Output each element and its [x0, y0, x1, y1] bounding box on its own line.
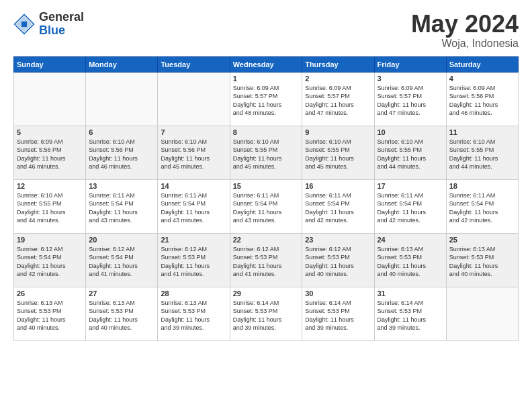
table-row: 26Sunrise: 6:13 AM Sunset: 5:53 PM Dayli… [14, 287, 86, 340]
table-row: 27Sunrise: 6:13 AM Sunset: 5:53 PM Dayli… [86, 287, 158, 340]
logo: General Blue [13, 11, 84, 38]
table-row: 18Sunrise: 6:11 AM Sunset: 5:54 PM Dayli… [446, 179, 518, 233]
table-row: 14Sunrise: 6:11 AM Sunset: 5:54 PM Dayli… [158, 179, 230, 233]
col-monday: Monday [86, 56, 158, 72]
table-row [14, 72, 86, 126]
day-info: Sunrise: 6:12 AM Sunset: 5:54 PM Dayligh… [89, 245, 154, 279]
day-info: Sunrise: 6:12 AM Sunset: 5:54 PM Dayligh… [17, 245, 83, 279]
day-info: Sunrise: 6:10 AM Sunset: 5:55 PM Dayligh… [305, 138, 371, 171]
day-number: 5 [17, 128, 83, 136]
day-number: 24 [378, 236, 443, 244]
day-info: Sunrise: 6:11 AM Sunset: 5:54 PM Dayligh… [378, 191, 443, 225]
logo-blue: Blue [39, 24, 84, 38]
day-info: Sunrise: 6:12 AM Sunset: 5:53 PM Dayligh… [233, 245, 299, 279]
table-row: 7Sunrise: 6:10 AM Sunset: 5:56 PM Daylig… [158, 126, 230, 179]
day-info: Sunrise: 6:11 AM Sunset: 5:54 PM Dayligh… [233, 191, 299, 225]
day-info: Sunrise: 6:12 AM Sunset: 5:53 PM Dayligh… [161, 245, 226, 279]
day-info: Sunrise: 6:12 AM Sunset: 5:53 PM Dayligh… [305, 245, 371, 279]
col-wednesday: Wednesday [230, 56, 302, 72]
day-number: 13 [89, 182, 154, 190]
table-row: 16Sunrise: 6:11 AM Sunset: 5:54 PM Dayli… [302, 179, 374, 233]
table-row: 10Sunrise: 6:10 AM Sunset: 5:55 PM Dayli… [374, 126, 446, 179]
table-row: 24Sunrise: 6:13 AM Sunset: 5:53 PM Dayli… [374, 233, 446, 287]
table-row: 12Sunrise: 6:10 AM Sunset: 5:55 PM Dayli… [14, 179, 86, 233]
table-row [86, 72, 158, 126]
day-number: 26 [17, 289, 83, 298]
day-info: Sunrise: 6:11 AM Sunset: 5:54 PM Dayligh… [305, 191, 371, 225]
day-number: 11 [449, 128, 515, 136]
day-number: 29 [233, 289, 299, 298]
table-row: 20Sunrise: 6:12 AM Sunset: 5:54 PM Dayli… [86, 233, 158, 287]
table-row: 9Sunrise: 6:10 AM Sunset: 5:55 PM Daylig… [302, 126, 374, 179]
day-number: 19 [17, 236, 83, 244]
day-info: Sunrise: 6:13 AM Sunset: 5:53 PM Dayligh… [89, 299, 154, 332]
day-number: 27 [89, 289, 154, 298]
table-row: 2Sunrise: 6:09 AM Sunset: 5:57 PM Daylig… [302, 72, 374, 126]
day-info: Sunrise: 6:14 AM Sunset: 5:53 PM Dayligh… [233, 299, 299, 332]
day-info: Sunrise: 6:10 AM Sunset: 5:55 PM Dayligh… [17, 191, 83, 225]
day-info: Sunrise: 6:09 AM Sunset: 5:56 PM Dayligh… [449, 84, 515, 118]
table-row: 5Sunrise: 6:09 AM Sunset: 5:56 PM Daylig… [14, 126, 86, 179]
table-row: 3Sunrise: 6:09 AM Sunset: 5:57 PM Daylig… [374, 72, 446, 126]
table-row: 21Sunrise: 6:12 AM Sunset: 5:53 PM Dayli… [158, 233, 230, 287]
day-number: 28 [161, 289, 226, 298]
day-number: 20 [89, 236, 154, 244]
day-number: 4 [449, 75, 515, 83]
calendar-week-row: 19Sunrise: 6:12 AM Sunset: 5:54 PM Dayli… [14, 233, 519, 287]
table-row: 11Sunrise: 6:10 AM Sunset: 5:55 PM Dayli… [446, 126, 518, 179]
day-number: 22 [233, 236, 299, 244]
table-row: 17Sunrise: 6:11 AM Sunset: 5:54 PM Dayli… [374, 179, 446, 233]
title-block: May 2024 Woja, Indonesia [411, 11, 519, 50]
day-info: Sunrise: 6:09 AM Sunset: 5:57 PM Dayligh… [233, 84, 299, 118]
table-row: 4Sunrise: 6:09 AM Sunset: 5:56 PM Daylig… [446, 72, 518, 126]
calendar-header-row: Sunday Monday Tuesday Wednesday Thursday… [14, 56, 519, 72]
day-number: 30 [305, 289, 371, 298]
day-number: 9 [305, 128, 371, 136]
table-row: 6Sunrise: 6:10 AM Sunset: 5:56 PM Daylig… [86, 126, 158, 179]
logo-icon [13, 13, 35, 35]
header: General Blue May 2024 Woja, Indonesia [13, 11, 519, 50]
day-number: 23 [305, 236, 371, 244]
col-tuesday: Tuesday [158, 56, 230, 72]
logo-text: General Blue [39, 11, 84, 38]
day-number: 3 [378, 75, 443, 83]
day-info: Sunrise: 6:09 AM Sunset: 5:57 PM Dayligh… [378, 84, 443, 118]
month-title: May 2024 [411, 11, 519, 38]
table-row: 19Sunrise: 6:12 AM Sunset: 5:54 PM Dayli… [14, 233, 86, 287]
day-info: Sunrise: 6:13 AM Sunset: 5:53 PM Dayligh… [378, 245, 443, 279]
day-number: 15 [233, 182, 299, 190]
table-row: 13Sunrise: 6:11 AM Sunset: 5:54 PM Dayli… [86, 179, 158, 233]
day-number: 18 [449, 182, 515, 190]
calendar-week-row: 1Sunrise: 6:09 AM Sunset: 5:57 PM Daylig… [14, 72, 519, 126]
day-info: Sunrise: 6:13 AM Sunset: 5:53 PM Dayligh… [449, 245, 515, 279]
day-number: 12 [17, 182, 83, 190]
table-row [446, 287, 518, 340]
day-number: 25 [449, 236, 515, 244]
day-number: 10 [378, 128, 443, 136]
day-info: Sunrise: 6:11 AM Sunset: 5:54 PM Dayligh… [89, 191, 154, 225]
calendar-week-row: 5Sunrise: 6:09 AM Sunset: 5:56 PM Daylig… [14, 126, 519, 179]
day-number: 2 [305, 75, 371, 83]
day-info: Sunrise: 6:10 AM Sunset: 5:56 PM Dayligh… [161, 138, 226, 171]
day-info: Sunrise: 6:13 AM Sunset: 5:53 PM Dayligh… [161, 299, 226, 332]
table-row: 1Sunrise: 6:09 AM Sunset: 5:57 PM Daylig… [230, 72, 302, 126]
table-row: 15Sunrise: 6:11 AM Sunset: 5:54 PM Dayli… [230, 179, 302, 233]
col-friday: Friday [374, 56, 446, 72]
table-row: 23Sunrise: 6:12 AM Sunset: 5:53 PM Dayli… [302, 233, 374, 287]
table-row: 29Sunrise: 6:14 AM Sunset: 5:53 PM Dayli… [230, 287, 302, 340]
day-number: 21 [161, 236, 226, 244]
logo-general: General [39, 11, 84, 24]
day-number: 17 [378, 182, 443, 190]
day-info: Sunrise: 6:10 AM Sunset: 5:55 PM Dayligh… [233, 138, 299, 171]
day-number: 1 [233, 75, 299, 83]
day-info: Sunrise: 6:14 AM Sunset: 5:53 PM Dayligh… [378, 299, 443, 332]
page-container: General Blue May 2024 Woja, Indonesia Su… [0, 0, 532, 348]
calendar-week-row: 26Sunrise: 6:13 AM Sunset: 5:53 PM Dayli… [14, 287, 519, 340]
day-number: 7 [161, 128, 226, 136]
table-row: 22Sunrise: 6:12 AM Sunset: 5:53 PM Dayli… [230, 233, 302, 287]
day-info: Sunrise: 6:10 AM Sunset: 5:55 PM Dayligh… [378, 138, 443, 171]
day-info: Sunrise: 6:09 AM Sunset: 5:56 PM Dayligh… [17, 138, 83, 171]
table-row: 31Sunrise: 6:14 AM Sunset: 5:53 PM Dayli… [374, 287, 446, 340]
calendar-table: Sunday Monday Tuesday Wednesday Thursday… [13, 56, 519, 341]
col-sunday: Sunday [14, 56, 86, 72]
